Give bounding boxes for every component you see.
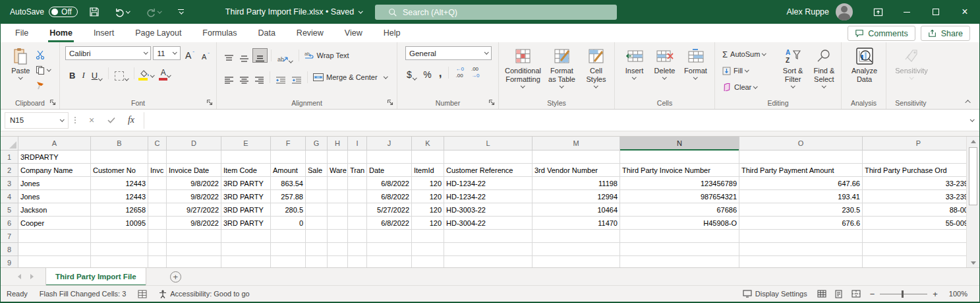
cell-N8[interactable] — [620, 243, 739, 256]
cell-C1[interactable] — [148, 151, 167, 164]
column-header-H[interactable]: H — [328, 137, 348, 151]
cell-M6[interactable]: 11470 — [533, 217, 620, 230]
column-header-A[interactable]: A — [18, 137, 91, 151]
cell-I9[interactable] — [348, 256, 367, 267]
cell-P1[interactable] — [863, 151, 975, 164]
cell-O2[interactable]: Third Party Payment Amount — [739, 164, 863, 177]
user-name[interactable]: Alex Ruppe — [786, 7, 829, 17]
cell-E3[interactable]: 3RD PARTY — [221, 177, 271, 190]
tab-review[interactable]: Review — [286, 24, 334, 42]
font-name-select[interactable]: Calibri — [65, 46, 151, 60]
flash-fill-status[interactable]: Flash Fill Changed Cells: 3 — [34, 286, 132, 302]
cell-P3[interactable]: 33-2392 — [863, 177, 975, 190]
top-align-button[interactable] — [222, 48, 236, 63]
cell-N6[interactable]: H45908-O — [620, 217, 739, 230]
cell-G9[interactable] — [306, 256, 328, 267]
cell-N5[interactable]: 67686 — [620, 203, 739, 217]
column-header-D[interactable]: D — [167, 137, 221, 151]
cell-D9[interactable] — [167, 256, 221, 267]
cell-O7[interactable] — [739, 230, 863, 243]
cell-M3[interactable]: 11198 — [533, 177, 620, 190]
formula-bar-expand-button[interactable] — [965, 119, 979, 122]
zoom-level[interactable]: 100% — [943, 286, 975, 302]
display-settings-button[interactable]: Display Settings — [737, 286, 813, 302]
cell-I3[interactable] — [348, 177, 367, 190]
cell-H5[interactable] — [328, 203, 348, 217]
cell-M4[interactable]: 12994 — [533, 190, 620, 203]
format-cells-button[interactable]: Format — [680, 45, 712, 97]
row-header-7[interactable]: 7 — [1, 230, 18, 243]
redo-button[interactable] — [142, 5, 165, 19]
cell-B7[interactable] — [91, 230, 148, 243]
cell-B8[interactable] — [91, 243, 148, 256]
row-header-6[interactable]: 6 — [1, 217, 18, 230]
cell-D2[interactable]: Invoice Date — [167, 164, 221, 177]
insert-cells-button[interactable]: Insert — [620, 45, 650, 97]
cell-G1[interactable] — [306, 151, 328, 164]
column-header-G[interactable]: G — [306, 137, 328, 151]
tab-page-layout[interactable]: Page Layout — [125, 24, 192, 42]
cell-P8[interactable] — [863, 243, 975, 256]
cell-K9[interactable] — [412, 256, 444, 267]
cell-E2[interactable]: Item Code — [221, 164, 271, 177]
collapse-ribbon-button[interactable] — [964, 97, 974, 106]
cell-A7[interactable] — [18, 230, 91, 243]
row-header-2[interactable]: 2 — [1, 164, 18, 177]
cell-F9[interactable] — [271, 256, 306, 267]
percent-style-button[interactable]: % — [420, 65, 434, 80]
cell-A2[interactable]: Company Name — [18, 164, 91, 177]
cell-O6[interactable]: 676.6 — [739, 217, 863, 230]
cell-L9[interactable] — [444, 256, 533, 267]
cell-M9[interactable] — [533, 256, 620, 267]
column-header-O[interactable]: O — [739, 137, 863, 151]
cell-D5[interactable]: 9/27/2022 — [167, 203, 221, 217]
name-box-resizer[interactable] — [69, 117, 82, 123]
decrease-font-size-button[interactable]: Aˇ — [199, 46, 212, 61]
cell-F2[interactable]: Amount — [271, 164, 306, 177]
cell-M2[interactable]: 3rd Vendor Number — [533, 164, 620, 177]
cell-C4[interactable] — [148, 190, 167, 203]
vertical-scrollbar[interactable] — [966, 137, 979, 267]
cell-J6[interactable]: 6/8/2022 — [367, 217, 412, 230]
cell-A9[interactable] — [18, 256, 91, 267]
undo-button[interactable] — [111, 5, 133, 19]
cell-O5[interactable]: 230.5 — [739, 203, 863, 217]
format-as-table-button[interactable]: Format as Table — [544, 45, 581, 97]
cell-P6[interactable]: 55-0092 — [863, 217, 975, 230]
cell-E1[interactable] — [221, 151, 271, 164]
align-center-button[interactable] — [237, 70, 251, 84]
page-break-preview-button[interactable] — [848, 286, 865, 302]
cell-M8[interactable] — [533, 243, 620, 256]
clear-button[interactable]: Clear — [720, 80, 776, 94]
cell-C3[interactable] — [148, 177, 167, 190]
column-header-J[interactable]: J — [367, 137, 412, 151]
cell-O8[interactable] — [739, 243, 863, 256]
cell-H2[interactable]: Ware — [328, 164, 348, 177]
cell-styles-button[interactable]: Cell Styles — [581, 45, 612, 97]
customize-quick-access-toolbar-button[interactable] — [174, 5, 188, 19]
cell-F6[interactable]: 0 — [271, 217, 306, 230]
status-mode[interactable]: Ready — [1, 286, 34, 302]
cell-L5[interactable]: HD-3003-22 — [444, 203, 533, 217]
cell-K6[interactable]: 120 — [412, 217, 444, 230]
cell-E5[interactable]: 3RD PARTY — [221, 203, 271, 217]
cell-J8[interactable] — [367, 243, 412, 256]
cell-E6[interactable]: 3RD PARTY — [221, 217, 271, 230]
underline-button[interactable]: U — [89, 66, 105, 81]
decrease-decimal-button[interactable]: .00→0 — [469, 67, 482, 79]
bottom-align-button[interactable] — [252, 48, 268, 63]
cell-E8[interactable] — [221, 243, 271, 256]
cell-I7[interactable] — [348, 230, 367, 243]
column-header-K[interactable]: K — [412, 137, 444, 151]
avatar[interactable] — [836, 3, 853, 20]
cell-G7[interactable] — [306, 230, 328, 243]
cell-G8[interactable] — [306, 243, 328, 256]
cell-N4[interactable]: 987654321 — [620, 190, 739, 203]
scroll-up-button[interactable] — [967, 137, 979, 146]
cell-B9[interactable] — [91, 256, 148, 267]
column-header-L[interactable]: L — [444, 137, 533, 151]
sort-filter-button[interactable]: AZ Sort & Filter — [777, 45, 808, 97]
wrap-text-button[interactable]: ab Wrap Text — [303, 48, 351, 63]
fill-button[interactable]: Fill — [720, 63, 776, 78]
cell-P5[interactable]: 88-009 — [863, 203, 975, 217]
